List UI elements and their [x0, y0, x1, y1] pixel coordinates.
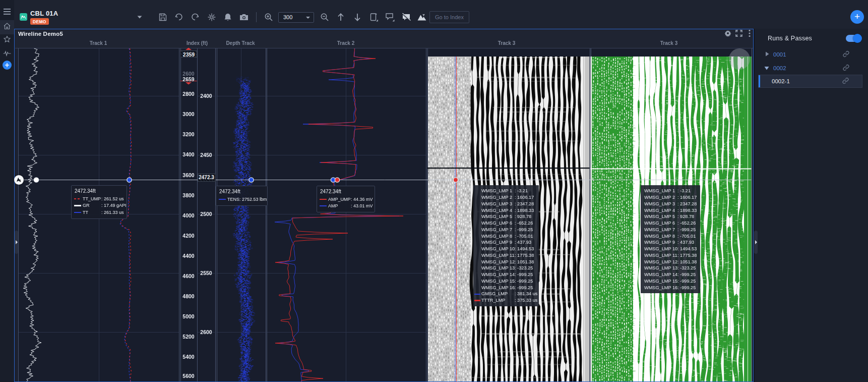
- go-to-index-button[interactable]: Go to Index: [429, 11, 469, 23]
- add-button[interactable]: +: [850, 10, 864, 24]
- sidebar-menu-icon[interactable]: [3, 8, 11, 17]
- depth-label: 2659: [182, 76, 194, 82]
- well-title[interactable]: CBL 01A: [30, 10, 58, 17]
- track-header-3[interactable]: Track 2: [337, 40, 354, 46]
- track3-tooltip: WMSG_LMP 1: -3.21WMSG_LMP 2: 1606.17WMSG…: [473, 185, 539, 306]
- tooltip-row: WMSG_LMP 1: -3.21: [644, 188, 698, 194]
- curve-name: WMSG_LMP 10: [644, 246, 677, 251]
- tooltip-row: WMSG_LMP 12: 1051.38: [481, 258, 536, 265]
- curve-value: : 1606.17: [677, 195, 697, 200]
- mountain-icon[interactable]: [417, 14, 427, 21]
- chevron-down-icon[interactable]: [764, 65, 769, 71]
- curve-color-sample: [320, 199, 327, 200]
- left-collapse-handle[interactable]: [15, 231, 18, 254]
- curve-name: WMSG_LMP 15: [481, 279, 515, 284]
- curve-value: : -999.25: [515, 227, 533, 232]
- track-header-2[interactable]: Depth Track: [226, 40, 255, 46]
- depth-label: 3400: [182, 151, 194, 157]
- window-title[interactable]: Wireline Demo5: [18, 31, 63, 37]
- undo-icon[interactable]: [175, 14, 183, 21]
- tree-item-0001[interactable]: 0001: [758, 48, 862, 61]
- tooltip-row: WMSG_LMP 9: 437.93: [644, 239, 698, 246]
- curve-name: WMSG_LMP 16: [644, 285, 677, 290]
- tooltip-row: WMSG_LMP 6: -652.26: [644, 220, 698, 227]
- redo-icon[interactable]: [191, 14, 200, 21]
- index-cursor-depth-label: 2472.3: [198, 174, 216, 182]
- spacer: [474, 216, 480, 217]
- crosshair-pin-button[interactable]: [14, 175, 24, 185]
- tree-item-0002-1[interactable]: 0002-1: [758, 75, 862, 88]
- track-header-1[interactable]: Index (ft): [187, 40, 208, 46]
- track1-tooltip: 2472.34ft TT_UMP: 261.52 usGR: 17.49 gAP…: [71, 185, 127, 219]
- link-icon[interactable]: [843, 65, 849, 72]
- tooltip-row: WMSG_LMP 6: -652.26: [481, 220, 536, 227]
- depth-label: 5400: [182, 354, 194, 360]
- spacer: [474, 287, 480, 288]
- track-header-5[interactable]: Track 3: [660, 40, 677, 46]
- arrow-up-icon[interactable]: [337, 13, 345, 22]
- link-icon[interactable]: [842, 78, 849, 85]
- arrow-down-icon[interactable]: [354, 13, 361, 22]
- chevron-right-icon[interactable]: [765, 51, 769, 58]
- zoom-in-icon[interactable]: [265, 13, 273, 22]
- depth-label: 2600: [200, 329, 212, 335]
- curve-value: : 44.36 mV: [351, 197, 373, 202]
- bell-icon[interactable]: [224, 13, 232, 22]
- tooltip-row: WMSG_LMP 15: -999.25: [644, 278, 698, 285]
- tree-item-0002[interactable]: 0002: [758, 62, 862, 75]
- tree-item-label: 0001: [773, 51, 786, 58]
- app-logo-icon[interactable]: [20, 13, 27, 21]
- tooltip-row: WMSG_LMP 14: -999.25: [644, 271, 698, 278]
- spacer: [637, 242, 643, 243]
- sidebar-activity-icon[interactable]: [3, 49, 11, 59]
- tooltip-row: GMSG_LMP: 381.34 us: [481, 291, 536, 297]
- device-add-icon[interactable]: [369, 13, 379, 22]
- right-collapse-handle[interactable]: [754, 231, 758, 254]
- sparkle-icon[interactable]: [208, 13, 216, 21]
- camera-icon[interactable]: [239, 14, 249, 21]
- spacer: [637, 268, 643, 269]
- curve-name: WMSG_LMP 10: [481, 246, 515, 251]
- track-header-0[interactable]: Track 1: [90, 40, 107, 46]
- runs-passes-toggle[interactable]: [846, 35, 861, 42]
- spacer: [637, 236, 643, 237]
- scroll-fade-button[interactable]: [729, 48, 750, 70]
- window-kebab-icon[interactable]: [749, 30, 751, 39]
- comment-icon[interactable]: [385, 13, 395, 22]
- tooltip-row: TENS: 2752.53 lbm: [219, 196, 265, 203]
- curve-value: : 1606.17: [515, 195, 534, 200]
- curve-name: WMSG_LMP 6: [644, 221, 677, 226]
- comment-off-icon[interactable]: [401, 13, 411, 22]
- sidebar-add-circle-icon[interactable]: [3, 61, 12, 72]
- curve-name: WMSG_LMP 6: [481, 221, 515, 226]
- spacer: [637, 197, 643, 198]
- toggle-knob: [853, 34, 862, 43]
- curve-value: : -999.25: [515, 272, 533, 277]
- spacer: [637, 248, 643, 249]
- spacer: [474, 255, 480, 256]
- window-gear-icon[interactable]: [724, 30, 731, 39]
- sidebar-home-icon[interactable]: [3, 23, 11, 32]
- curve-value: : -652.26: [515, 221, 533, 226]
- curve-name: WMSG_LMP 14: [644, 272, 677, 277]
- title-dropdown-chevron-icon[interactable]: [137, 16, 143, 19]
- curve-value: : 1898.33: [515, 208, 534, 213]
- track-header-4[interactable]: Track 3: [498, 40, 515, 46]
- tooltip-row: WMSG_LMP 9: 437.93: [481, 239, 536, 246]
- zoom-out-icon[interactable]: [321, 13, 329, 22]
- tooltip-row: WMSG_LMP 13: -323.25: [481, 265, 536, 271]
- curve-color-sample: [474, 294, 480, 295]
- depth-label: 3600: [182, 172, 194, 178]
- sidebar-star-icon[interactable]: [4, 36, 11, 45]
- link-icon[interactable]: [843, 51, 849, 59]
- tooltip-row: WMSG_LMP 4: 1898.33: [644, 207, 698, 213]
- curve-name: WMSG_LMP 3: [644, 201, 677, 206]
- curve-value: : 1051.38: [515, 259, 534, 264]
- window-expand-icon[interactable]: [735, 30, 742, 39]
- save-icon[interactable]: [159, 13, 167, 22]
- depth-label: 2450: [200, 152, 212, 158]
- zoom-level-select[interactable]: 300: [278, 12, 314, 23]
- toolbar-separator: [256, 12, 257, 22]
- spacer: [474, 210, 480, 211]
- curve-value: : 437.93: [515, 240, 531, 245]
